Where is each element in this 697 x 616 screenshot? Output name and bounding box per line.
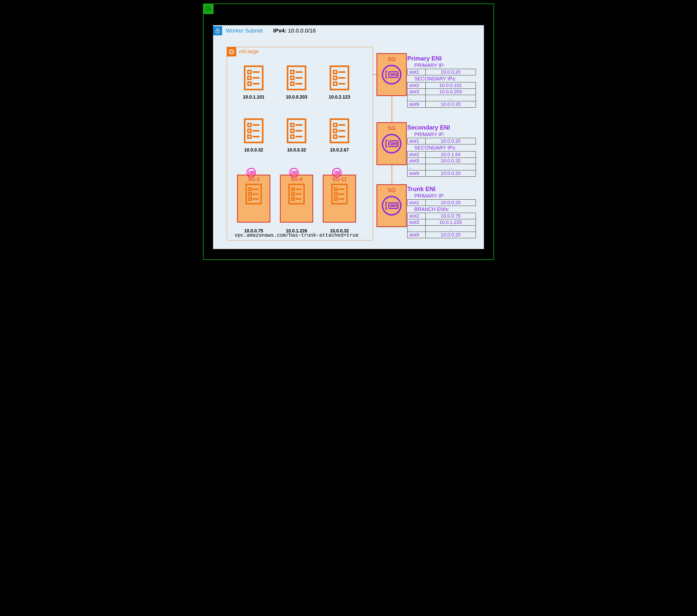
ip: .. (426, 226, 476, 232)
eni-primary-ip-label: PRIMARY IP: (414, 193, 480, 199)
svg-rect-83 (292, 198, 295, 200)
ip: 10.0.0.20 (426, 232, 476, 238)
ip: .. (426, 164, 476, 170)
ip: 10.0.0.20 (426, 69, 476, 75)
pod: 10.0.0.32 (234, 115, 274, 166)
svg-rect-70 (249, 198, 252, 200)
ec2-instance: m5.large 10.0.1.101 10.0.0.203 (227, 47, 373, 240)
pod-icon (286, 117, 307, 146)
ip: 10.0.0.32 (426, 158, 476, 164)
svg-rect-29 (291, 82, 294, 86)
eni-primary-ip-label: PRIMARY IP: (414, 62, 480, 68)
sg-label: SG (388, 125, 396, 132)
lock-icon (213, 26, 222, 35)
eni-title: Trunk ENI (407, 185, 480, 193)
cloud-icon (203, 3, 213, 14)
svg-rect-34 (333, 76, 337, 80)
svg-rect-36 (333, 82, 337, 86)
slot: slot2 (407, 82, 426, 89)
svg-rect-66 (249, 188, 252, 191)
pod-ip: 10.0.1.101 (243, 94, 264, 100)
svg-rect-3 (229, 50, 234, 54)
slot: slot1 (407, 69, 426, 75)
nic-icon (332, 168, 342, 178)
pod-icon (243, 64, 264, 92)
eni-branch-table: slot210.0.0.75 slot310.0.1.226 .... slot… (407, 213, 476, 238)
pod-icon (330, 183, 348, 207)
nic-icon (289, 168, 299, 178)
eni-sg-box: SG (376, 53, 407, 96)
pod-with-sg: SG-4 10.0.1.226 (277, 168, 317, 234)
svg-rect-79 (292, 188, 295, 191)
sg-label: SG (388, 56, 396, 62)
svg-rect-4 (231, 51, 233, 53)
svg-rect-92 (335, 188, 337, 191)
subnet-header: Worker Subnet IPv4: 10.0.0.0/16 (213, 26, 316, 35)
svg-point-74 (294, 172, 295, 173)
chip-icon (227, 47, 236, 57)
pod-ip: 10.0.0.32 (244, 148, 263, 153)
svg-rect-39 (248, 123, 251, 127)
ip: 10.0.0.20 (426, 170, 476, 177)
slot: slot3 (407, 89, 426, 95)
slot: slot3 (407, 219, 426, 226)
eni-secondary-table: slot210.0.0.101 slot310.0.0.203 .... slo… (407, 82, 476, 108)
svg-rect-55 (333, 129, 337, 133)
slot: slot9 (407, 232, 426, 238)
svg-rect-48 (291, 129, 294, 133)
svg-rect-25 (291, 71, 294, 74)
ip: 10.0.0.20 (426, 101, 476, 108)
pod-icon (243, 117, 264, 146)
pod-icon (245, 183, 263, 207)
ip: 10.0.0.20 (426, 200, 476, 206)
security-group: SG-3 (237, 175, 270, 223)
wire (391, 165, 392, 184)
nic-icon (381, 195, 402, 217)
slot: slot3 (407, 158, 426, 164)
ip: 10.0.1.226 (426, 219, 476, 226)
svg-rect-27 (291, 76, 294, 80)
svg-rect-43 (248, 135, 251, 138)
pod-ip: 10.0.2.67 (330, 148, 349, 153)
ip: 10.0.1.64 (426, 151, 476, 158)
wire (373, 74, 376, 75)
eni-secondary-table: slot210.0.1.64 slot310.0.0.32 .... slot9… (407, 151, 476, 177)
svg-point-61 (251, 172, 252, 173)
eni-primary-ip-label: PRIMARY IP: (414, 132, 480, 137)
ip: 10.0.0.203 (426, 89, 476, 95)
eni-branch-enis-label: BRANCH ENIs: (414, 207, 480, 212)
svg-point-112 (390, 205, 392, 207)
pod: 10.0.1.101 (234, 62, 274, 112)
eni-primary-table: slot1 10.0.0.20 (407, 199, 476, 206)
svg-rect-96 (335, 198, 337, 200)
security-group: SG-11 (323, 175, 356, 223)
pod-icon (286, 64, 307, 92)
pod: 10.0.0.203 (277, 62, 317, 112)
slot: slot2 (407, 151, 426, 158)
svg-point-87 (337, 172, 337, 173)
eni-secondary-ips-label: SECONDARY IPs: (414, 76, 480, 82)
svg-rect-68 (249, 193, 252, 196)
svg-rect-57 (333, 135, 337, 138)
pod: 10.0.0.32 (277, 115, 317, 166)
slot: slot1 (407, 200, 426, 206)
pod-ip: 10.0.2.123 (329, 94, 350, 100)
svg-rect-41 (248, 129, 251, 133)
ip: 10.0.0.75 (426, 213, 476, 219)
ip: 10.0.0.101 (426, 82, 476, 89)
ipv4-label: IPv4: (273, 28, 286, 34)
worker-subnet: Worker Subnet IPv4: 10.0.0.0/16 (213, 25, 484, 249)
slot: slot9 (407, 101, 426, 108)
wire (391, 96, 392, 122)
eni-primary: Primary ENI PRIMARY IP: slot1 10.0.0.20 … (407, 55, 480, 108)
subnet-cidr: IPv4: 10.0.0.0/16 (273, 28, 316, 34)
svg-rect-81 (292, 193, 295, 196)
pod-icon (329, 117, 350, 146)
pod-with-sg: SG-11 10.0.0.32 (319, 168, 360, 234)
nic-icon (381, 133, 402, 155)
eni-sg-box: SG (376, 184, 407, 227)
nic-icon (246, 168, 256, 178)
eni-secondary-ips-label: SECONDARY IPs: (414, 145, 480, 151)
nic-icon (381, 64, 402, 86)
svg-rect-50 (291, 135, 294, 138)
